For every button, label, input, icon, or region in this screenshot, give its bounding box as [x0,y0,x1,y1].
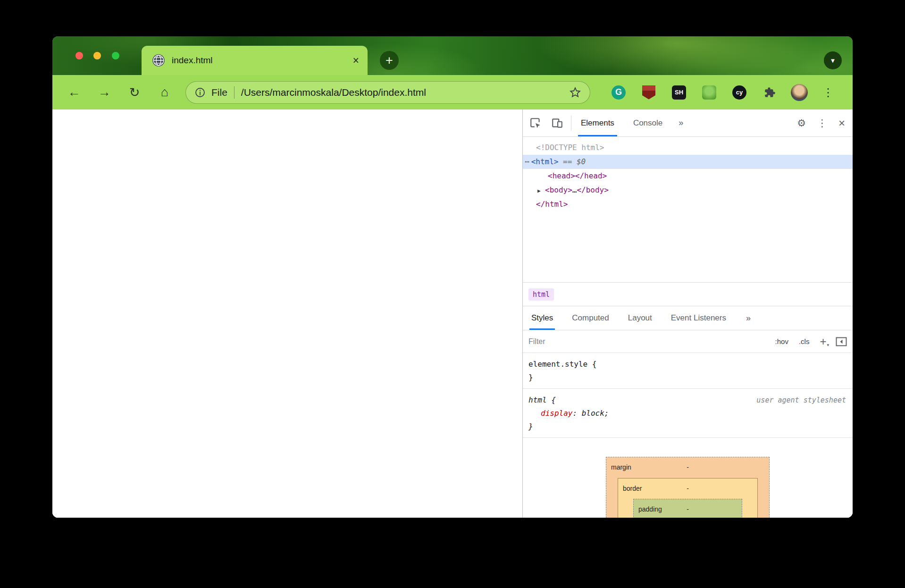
margin-value[interactable]: - [687,463,689,471]
breadcrumb-html[interactable]: html [528,288,554,301]
content-row: Elements Console » ⚙ ⋮ × <!DOCTYPE html>… [52,109,853,518]
page-info-icon[interactable] [194,87,206,98]
display-declaration[interactable]: display: block; [528,407,847,420]
html-rule-selector[interactable]: html { [528,394,556,407]
macos-zoom-button[interactable] [112,52,119,59]
url-path[interactable]: /Users/marcinmoskala/Desktop/index.html [241,87,426,98]
device-toolbar-icon[interactable] [550,116,564,130]
hover-state-toggle[interactable]: :hov [775,337,788,345]
browser-tab[interactable]: index.html × [142,46,368,75]
expand-arrow-icon[interactable]: ▶ [537,184,545,198]
stylesheet-origin: user agent stylesheet [756,394,847,407]
box-model-diagram: margin - border - padding - [523,438,853,518]
macos-minimize-button[interactable] [93,52,101,59]
url-scheme-label: File [211,87,227,98]
browser-menu-icon[interactable]: ⋮ [821,86,835,99]
dollar-zero-ref: $0 [577,157,586,166]
tab-title: index.html [172,55,213,66]
extensions-puzzle-icon[interactable] [763,85,777,100]
element-style-rule[interactable]: element.style { } [523,353,853,389]
new-tab-button[interactable]: + [380,51,399,70]
tab-console[interactable]: Console [630,109,665,136]
border-label: border [623,485,642,492]
tab-styles[interactable]: Styles [529,306,555,330]
browser-toolbar: ← → ↻ ⌂ File /Users/marcinmoskala/Deskto… [52,75,853,109]
styles-pane: element.style { } html { user agent styl… [523,353,853,518]
devtools-panel: Elements Console » ⚙ ⋮ × <!DOCTYPE html>… [522,109,853,518]
styles-filter-bar: :hov .cls + ▾ [523,330,853,353]
sh-extension-icon[interactable]: SH [672,85,686,100]
doctype-line[interactable]: <!DOCTYPE html> [523,141,853,155]
styles-tab-bar: Styles Computed Layout Event Listeners » [523,306,853,330]
devtools-close-icon[interactable]: × [838,117,845,130]
margin-label: margin [611,463,631,471]
cypress-extension-icon[interactable]: cy [732,85,746,100]
grammarly-extension-icon[interactable]: G [612,85,626,100]
styles-filter-input[interactable] [528,337,765,346]
address-separator [234,86,235,99]
home-icon[interactable]: ⌂ [154,82,175,103]
macos-close-button[interactable] [75,52,83,59]
ublock-extension-icon[interactable] [642,85,656,100]
more-tabs-icon[interactable]: » [679,118,683,128]
dom-tree: <!DOCTYPE html> ⋯<html> == $0 <head></he… [523,137,853,282]
tab-event-listeners[interactable]: Event Listeners [669,306,728,330]
inspect-element-icon[interactable] [528,116,543,130]
tab-elements[interactable]: Elements [578,109,617,136]
tab-computed[interactable]: Computed [570,306,611,330]
theme-chevron-button[interactable]: ▼ [824,51,842,69]
head-node[interactable]: <head></head> [523,169,853,183]
green-extension-icon[interactable] [702,85,716,100]
sidebar-pane-toggle-icon[interactable] [836,337,847,346]
bookmark-star-icon[interactable] [569,86,581,99]
padding-label: padding [638,505,662,513]
box-model-border[interactable]: border - padding - [618,478,758,518]
html-ua-rule[interactable]: html { user agent stylesheet display: bl… [523,389,853,438]
extensions-row: G SH cy [612,85,777,100]
new-rule-caret-icon[interactable]: ▾ [827,343,829,347]
address-bar[interactable]: File /Users/marcinmoskala/Desktop/index.… [185,81,590,104]
browser-window: index.html × + ▼ ← → ↻ ⌂ File /Users/mar… [52,36,853,518]
box-model-margin[interactable]: margin - border - padding - [606,457,770,518]
html-close-node[interactable]: </html> [523,197,853,211]
reload-icon[interactable]: ↻ [124,82,145,103]
class-toggle[interactable]: .cls [799,337,810,345]
body-node[interactable]: ▶<body>…</body> [523,183,853,197]
more-styles-tabs-icon[interactable]: » [746,313,751,323]
profile-avatar[interactable] [791,84,808,101]
tab-close-icon[interactable]: × [353,55,359,66]
collapsed-marker: ⋯ [525,157,529,166]
gear-icon[interactable]: ⚙ [797,118,806,129]
toolbar-separator [571,116,571,131]
devtools-menu-icon[interactable]: ⋮ [817,118,827,129]
back-icon[interactable]: ← [64,82,84,103]
tab-layout[interactable]: Layout [626,306,654,330]
new-style-rule-icon[interactable]: + [820,336,826,347]
box-model-padding[interactable]: padding - [633,499,742,518]
devtools-toolbar: Elements Console » ⚙ ⋮ × [523,109,853,137]
breadcrumb: html [523,282,853,306]
forward-icon[interactable]: → [94,82,115,103]
border-value[interactable]: - [687,485,689,492]
element-style-selector[interactable]: element.style { [528,358,847,371]
padding-value[interactable]: - [687,505,689,513]
globe-favicon-icon [152,54,165,67]
tab-strip: index.html × + ▼ [52,36,853,75]
page-viewport[interactable] [52,109,522,518]
html-node-selected[interactable]: ⋯<html> == $0 [523,155,853,169]
